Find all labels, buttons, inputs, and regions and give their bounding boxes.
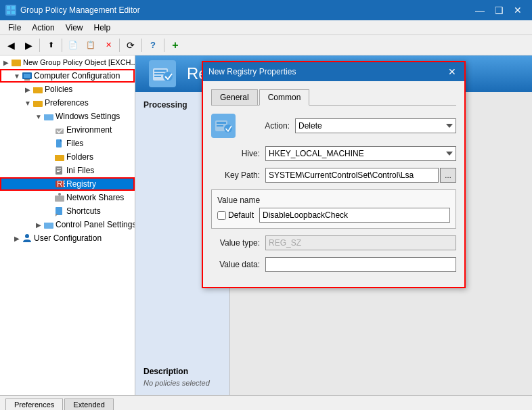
- tree-item-user-config[interactable]: ▶ User Configuration: [0, 231, 135, 245]
- tree-icon-preferences: [32, 97, 43, 108]
- add-button[interactable]: +: [167, 37, 183, 53]
- svg-rect-18: [55, 155, 59, 156]
- tree-item-network-shares[interactable]: ▶ Network Shares: [0, 191, 135, 204]
- svg-rect-25: [55, 196, 64, 202]
- svg-point-31: [25, 234, 29, 238]
- tree-icon-windows-settings: [43, 111, 54, 122]
- tree-icon-control-panel: [43, 219, 54, 230]
- tree-item-policies[interactable]: ▶ Policies: [0, 83, 135, 96]
- svg-rect-10: [33, 87, 37, 89]
- tree-item-preferences[interactable]: ▼ Preferences: [0, 96, 135, 110]
- menu-view[interactable]: View: [60, 20, 89, 35]
- default-checkbox-wrap: Default: [217, 210, 254, 220]
- tree-toggle-policies[interactable]: ▶: [23, 86, 32, 93]
- tree-label-control-panel: Control Panel Settings: [56, 220, 135, 229]
- keypath-input[interactable]: [265, 168, 439, 183]
- tree-item-computer[interactable]: ▼ Computer Configuration: [0, 69, 135, 83]
- tree-item-files[interactable]: ▶ Files: [0, 137, 135, 150]
- tree-icon-ini: [54, 165, 65, 176]
- hive-select[interactable]: HKEY_LOCAL_MACHINE HKEY_CURRENT_USER HKE…: [265, 146, 456, 161]
- tree-item-shortcuts[interactable]: ▶ Shortcuts: [0, 204, 135, 218]
- menu-action[interactable]: Action: [26, 20, 60, 35]
- tree-icon-environment: [54, 124, 65, 135]
- toolbar-separator-5: [164, 39, 164, 52]
- svg-rect-5: [12, 60, 16, 61]
- up-button[interactable]: ⬆: [43, 37, 59, 53]
- app-title: Group Policy Management Editor: [20, 5, 467, 15]
- tab-general[interactable]: General: [211, 89, 258, 105]
- tree-label-computer: Computer Configuration: [34, 71, 120, 81]
- valuetype-select: REG_SZ: [265, 235, 456, 250]
- tree-item-root[interactable]: ▶ New Group Policy Object [EXCH...: [0, 55, 135, 69]
- tree-icon-user-config: [22, 233, 32, 244]
- delete-button[interactable]: ✕: [100, 37, 116, 53]
- tree-label-user-config: User Configuration: [34, 233, 102, 243]
- refresh-button[interactable]: ⟳: [123, 37, 139, 53]
- browse-button[interactable]: …: [440, 168, 456, 183]
- svg-rect-30: [44, 223, 48, 224]
- tree-toggle-windows-settings[interactable]: ▼: [34, 113, 43, 120]
- svg-rect-3: [12, 11, 15, 14]
- tree-icon-registry: REG: [54, 179, 65, 189]
- valuedata-input[interactable]: [265, 257, 456, 272]
- tree-item-environment[interactable]: ▶ Environment: [0, 123, 135, 137]
- tab-common[interactable]: Common: [259, 89, 310, 106]
- tree-toggle-computer[interactable]: ▼: [12, 72, 22, 80]
- toolbar-separator-3: [119, 39, 120, 52]
- hive-form-row: Hive: HKEY_LOCAL_MACHINE HKEY_CURRENT_US…: [211, 146, 456, 161]
- action-select[interactable]: Create Replace Update Delete: [295, 118, 456, 133]
- tree-toggle-preferences[interactable]: ▼: [23, 99, 32, 107]
- value-name-input[interactable]: [259, 208, 450, 223]
- dialog-close-button[interactable]: ✕: [445, 65, 459, 78]
- tab-preferences[interactable]: Preferences: [5, 398, 63, 410]
- help-toolbar-button[interactable]: ?: [145, 37, 161, 53]
- default-label: Default: [228, 210, 254, 220]
- svg-rect-12: [33, 101, 37, 102]
- tree-item-ini-files[interactable]: ▶ Ini Files: [0, 164, 135, 177]
- copy-button[interactable]: 📋: [83, 37, 99, 53]
- keypath-label: Key Path:: [211, 170, 265, 180]
- menu-help[interactable]: Help: [89, 20, 116, 35]
- menu-file[interactable]: File: [3, 20, 26, 35]
- valuetype-control: REG_SZ: [265, 235, 456, 250]
- tree-item-windows-settings[interactable]: ▼ Windows Settings: [0, 110, 135, 123]
- valuedata-form-row: Value data:: [211, 257, 456, 272]
- tree-label-environment: Environment: [66, 125, 112, 135]
- tree-icon-shortcuts: [54, 206, 65, 217]
- svg-rect-1: [12, 6, 15, 9]
- tree-label-preferences: Preferences: [45, 98, 89, 108]
- show-hide-button[interactable]: 📄: [65, 37, 81, 53]
- menu-bar: File Action View Help: [0, 20, 532, 35]
- default-checkbox[interactable]: [217, 211, 226, 220]
- dialog-body: General Common: [203, 81, 464, 287]
- action-icon: [211, 114, 236, 138]
- close-button[interactable]: ✕: [509, 3, 527, 17]
- minimize-button[interactable]: —: [471, 3, 489, 17]
- action-row: Action: Create Replace Update Delete: [211, 114, 456, 138]
- title-bar: Group Policy Management Editor — ❑ ✕: [0, 0, 532, 20]
- back-button[interactable]: ◀: [3, 37, 19, 53]
- restore-button[interactable]: ❑: [490, 3, 508, 17]
- tree-toggle-user-config[interactable]: ▶: [12, 235, 22, 242]
- tree-item-control-panel[interactable]: ▶ Control Panel Settings: [0, 218, 135, 231]
- tab-extended[interactable]: Extended: [64, 398, 113, 410]
- tree-toggle-control-panel[interactable]: ▶: [34, 221, 43, 229]
- svg-rect-21: [57, 170, 61, 170]
- app-icon: [5, 5, 16, 16]
- dialog-titlebar: New Registry Properties ✕: [203, 62, 464, 81]
- tree-toggle-root[interactable]: ▶: [1, 59, 11, 66]
- tree-item-folders[interactable]: ▶ Folders: [0, 150, 135, 164]
- toolbar: ◀ ▶ ⬆ 📄 📋 ✕ ⟳ ? +: [0, 35, 532, 55]
- dialog-tabs: General Common: [211, 89, 456, 106]
- value-name-section-label: Value name: [217, 196, 450, 205]
- keypath-control: …: [265, 168, 456, 183]
- svg-rect-22: [57, 171, 60, 172]
- content-wrapper: ▶ New Group Policy Object [EXCH... ▼ Com…: [0, 55, 532, 395]
- forward-button[interactable]: ▶: [20, 37, 37, 53]
- svg-rect-8: [24, 79, 30, 81]
- tree-item-registry[interactable]: ▶ REG Registry: [0, 177, 135, 191]
- svg-rect-2: [7, 11, 10, 14]
- svg-rect-0: [7, 6, 10, 9]
- valuetype-form-row: Value type: REG_SZ: [211, 235, 456, 250]
- toolbar-separator-4: [141, 39, 142, 52]
